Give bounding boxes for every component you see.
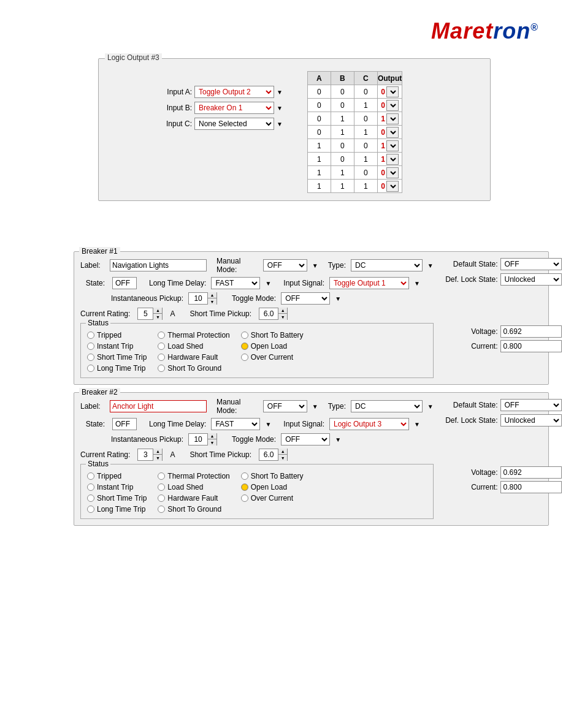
breaker-1-current-rating-up[interactable]: ▲	[153, 308, 162, 314]
breaker-1-ltd-label: Long Time Delay:	[149, 279, 206, 287]
breaker-2-current-rating-spinner[interactable]: 3 ▲ ▼	[137, 449, 163, 461]
breaker-1-open-load-label: Open Load	[251, 342, 287, 351]
breaker-2-short-time-trip-circle[interactable]	[87, 495, 94, 502]
truth-table-container: A B C Output 000000100101011010011011110…	[307, 71, 402, 193]
breaker-1-inst-pickup-down[interactable]: ▼	[208, 298, 216, 305]
breaker-2-inst-pickup-spinner[interactable]: 10 ▲ ▼	[188, 433, 217, 446]
breaker-1-hardware-fault-circle[interactable]	[158, 354, 165, 361]
breaker-1-toggle-mode-select[interactable]: OFF	[281, 292, 330, 305]
breaker-2-thermal-circle[interactable]	[158, 472, 165, 480]
output-select-3[interactable]	[386, 127, 399, 138]
breaker-1-tripped-circle[interactable]	[87, 332, 94, 339]
breaker-1-current-rating-down[interactable]: ▼	[153, 314, 162, 320]
input-b-label: Input B:	[155, 104, 192, 112]
breaker-2-status-box: Status Tripped Instant Trip	[80, 464, 434, 519]
breaker-2-stp-down[interactable]: ▼	[278, 455, 287, 461]
output-select-2[interactable]	[386, 113, 399, 124]
breaker-1-open-load-circle[interactable]	[241, 343, 248, 350]
breaker-2-long-time-trip-label: Long Time Trip	[97, 505, 145, 514]
input-b-select[interactable]: Breaker On 1	[194, 102, 274, 114]
breaker-2-long-time-trip-circle[interactable]	[87, 506, 94, 513]
breaker-1-stp-down[interactable]: ▼	[278, 314, 287, 320]
breaker-1-current-rating-spinner[interactable]: 5 ▲ ▼	[137, 308, 163, 320]
breaker-1-load-shed-circle[interactable]	[158, 343, 165, 350]
breaker-1-input-signal-select[interactable]: Toggle Output 1	[329, 277, 409, 289]
breaker-2-def-lock-select[interactable]: Unlocked	[500, 414, 562, 427]
breaker-2-tripped-circle[interactable]	[87, 472, 94, 480]
breaker-2-instant-trip-label: Instant Trip	[97, 483, 133, 491]
breaker-2-ltd-select[interactable]: FAST	[211, 418, 260, 430]
breaker-1-type-select[interactable]: DC	[351, 259, 423, 271]
breaker-2-short-to-battery-circle[interactable]	[241, 472, 248, 480]
output-select-7[interactable]	[386, 181, 399, 192]
output-select-0[interactable]	[386, 86, 399, 97]
breaker-2-label-input[interactable]	[110, 400, 207, 412]
input-c-select[interactable]: None Selected	[194, 118, 274, 130]
breaker-1-stp-up[interactable]: ▲	[278, 308, 287, 314]
breaker-1-inst-pickup-up[interactable]: ▲	[208, 292, 216, 298]
breaker-1-label-input[interactable]	[110, 259, 207, 271]
cell-3-0: 0	[307, 126, 331, 139]
breaker-1-short-time-trip-circle[interactable]	[87, 354, 94, 361]
breaker-2-open-load-circle[interactable]	[241, 483, 248, 491]
breaker-1-short-to-ground-circle[interactable]	[158, 365, 165, 372]
input-a-row: Input A: Toggle Output 2 ▼	[155, 86, 283, 98]
breaker-2-short-to-ground-circle[interactable]	[158, 506, 165, 513]
breaker-1-ltd-select[interactable]: FAST	[211, 277, 260, 289]
breaker-1-inst-pickup-spinner[interactable]: 10 ▲ ▼	[188, 292, 217, 305]
breaker-2-stp-up[interactable]: ▲	[278, 449, 287, 455]
breaker-2-current-rating-up[interactable]: ▲	[153, 449, 162, 455]
breaker-1-stp-spinner[interactable]: 6.0 ▲ ▼	[259, 308, 288, 320]
breaker-2-toggle-mode-select[interactable]: OFF	[281, 433, 330, 446]
breaker-2-voltage-value: 0.692	[500, 466, 562, 479]
breaker-2-current-rating-down[interactable]: ▼	[153, 455, 162, 461]
input-a-select[interactable]: Toggle Output 2	[194, 86, 274, 98]
breaker-1-thermal-circle[interactable]	[158, 332, 165, 339]
breaker-1-inst-pickup-label: Instantaneous Pickup:	[111, 294, 183, 303]
breaker-2-toggle-mode-chevron: ▼	[335, 436, 341, 443]
breaker-2-over-current-circle[interactable]	[241, 495, 248, 502]
output-value-2: 1	[381, 115, 385, 123]
breaker-2-current-rating-unit: A	[170, 450, 175, 459]
output-select-6[interactable]	[386, 167, 399, 178]
breaker-1-instant-trip-circle[interactable]	[87, 343, 94, 350]
breaker-2-stp-btns: ▲ ▼	[278, 449, 287, 461]
breaker-2-type-select[interactable]: DC	[351, 400, 423, 412]
breaker-2-load-shed-circle[interactable]	[158, 483, 165, 491]
breaker-2-inst-pickup-up[interactable]: ▲	[208, 433, 216, 439]
breaker-1-short-to-battery-circle[interactable]	[241, 332, 248, 339]
breaker-2-type-label: Type:	[328, 402, 346, 411]
breaker-1-manual-mode-select[interactable]: OFF	[263, 259, 307, 271]
breaker-2-inst-pickup-down[interactable]: ▼	[208, 439, 216, 446]
breaker-2-hardware-fault-circle[interactable]	[158, 495, 165, 502]
breaker-1-load-shed-radio: Load Shed	[158, 342, 229, 351]
output-value-4: 1	[381, 142, 385, 150]
breaker-1-def-lock-select[interactable]: Unlocked	[500, 273, 562, 286]
breaker-2-input-signal-select[interactable]: Logic Output 3	[329, 418, 409, 430]
breaker-1-long-time-trip-circle[interactable]	[87, 365, 94, 372]
breaker-1-state-value: OFF	[112, 277, 137, 289]
breaker-1-stp-btns: ▲ ▼	[278, 308, 287, 320]
col-c-header: C	[354, 72, 377, 85]
breaker-1-long-time-trip-label: Long Time Trip	[97, 364, 145, 373]
output-value-0: 0	[381, 88, 385, 96]
output-select-5[interactable]	[386, 154, 399, 165]
cell-4-0: 1	[307, 139, 331, 153]
breaker-1-type-label: Type:	[328, 261, 346, 270]
breaker-1-instant-trip-label: Instant Trip	[97, 342, 133, 351]
breaker-1-over-current-circle[interactable]	[241, 354, 248, 361]
breaker-2-main-layout: Label: Manual Mode: OFF ▼ Type: DC ▼ Sta…	[80, 398, 542, 519]
breaker-2-row4: Current Rating: 3 ▲ ▼ A Short Time Picku…	[80, 449, 434, 461]
breaker-2-manual-mode-select[interactable]: OFF	[263, 400, 307, 412]
output-select-4[interactable]	[386, 140, 399, 151]
breaker-2-instant-trip-circle[interactable]	[87, 483, 94, 491]
breaker-1-default-state-select[interactable]: OFF	[500, 258, 562, 270]
breaker-2-default-state-select[interactable]: OFF	[500, 399, 562, 411]
output-select-1[interactable]	[386, 100, 399, 111]
output-value-1: 0	[381, 101, 385, 110]
breaker-2-stp-spinner[interactable]: 6.0 ▲ ▼	[259, 449, 288, 461]
breaker-2-type-chevron: ▼	[427, 403, 434, 410]
breaker-1-toggle-mode-chevron: ▼	[335, 295, 341, 302]
inputs-area: Input A: Toggle Output 2 ▼ Input B: Brea…	[155, 86, 283, 130]
breaker-1-voltage-label: Voltage:	[440, 327, 498, 336]
